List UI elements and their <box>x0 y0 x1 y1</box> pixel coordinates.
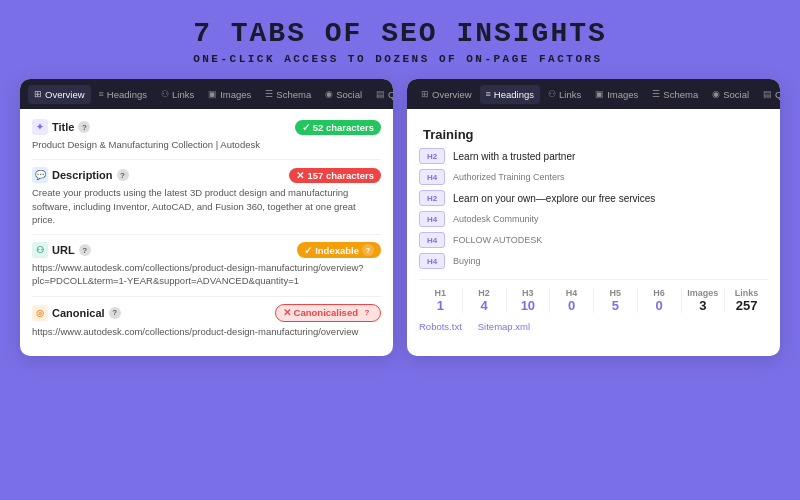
left-tab-overview-label: Overview <box>45 89 85 100</box>
left-tab-schema[interactable]: ☰ Schema <box>259 85 317 104</box>
left-tab-social-label: Social <box>336 89 362 100</box>
right-overview-icon: ⊞ <box>421 89 429 99</box>
h4-badge-4: H4 <box>419 253 445 269</box>
description-label-text: Description <box>52 169 113 181</box>
title-label-text: Title <box>52 121 74 133</box>
stat-links-value: 257 <box>725 298 768 313</box>
stat-h5: H5 5 <box>594 288 638 313</box>
left-tab-headings[interactable]: ≡ Headings <box>93 85 153 104</box>
url-badge-icon: ✓ <box>304 245 312 256</box>
left-tab-overview[interactable]: ⊞ Overview <box>28 85 91 104</box>
url-badge: ✓ Indexable ? <box>297 242 381 258</box>
canonical-badge-text: Canonicalised <box>294 307 358 318</box>
description-field-header: 💬 Description ? ✕ 157 characters <box>32 167 381 183</box>
description-badge-text: 157 characters <box>307 170 374 181</box>
title-value: Product Design & Manufacturing Collectio… <box>32 138 381 151</box>
divider-3 <box>32 296 381 297</box>
divider-1 <box>32 159 381 160</box>
heading-row-4: H4 Autodesk Community <box>419 211 768 227</box>
url-field-icon: ⚇ <box>32 242 48 258</box>
stat-h2: H2 4 <box>463 288 507 313</box>
canonical-badge-info[interactable]: ? <box>361 307 373 319</box>
right-panel-body: Training H2 Learn with a trusted partner… <box>407 109 780 342</box>
social-icon-left: ◉ <box>325 89 333 99</box>
left-tab-quicklinks-label: Quick Links <box>388 89 393 100</box>
right-images-icon: ▣ <box>595 89 604 99</box>
sitemap-xml-link[interactable]: Sitemap.xml <box>478 321 530 332</box>
headings-icon-left: ≡ <box>99 89 104 99</box>
heading-text-6: Buying <box>453 256 481 266</box>
right-headings-icon: ≡ <box>486 89 491 99</box>
canonical-value: https://www.autodesk.com/collections/pro… <box>32 325 381 338</box>
canonical-info-icon[interactable]: ? <box>109 307 121 319</box>
left-tab-links-label: Links <box>172 89 194 100</box>
title-badge-text: 52 characters <box>313 122 374 133</box>
title-badge-icon: ✓ <box>302 122 310 133</box>
left-tab-images-label: Images <box>220 89 251 100</box>
left-tab-images[interactable]: ▣ Images <box>202 85 257 104</box>
canonical-badge-icon: ✕ <box>283 307 291 318</box>
url-info-icon[interactable]: ? <box>79 244 91 256</box>
right-tab-quicklinks-label: Quick Links <box>775 89 780 100</box>
right-tab-bar: ⊞ Overview ≡ Headings ⚇ Links ▣ Images ☰… <box>407 79 780 109</box>
url-label: ⚇ URL ? <box>32 242 91 258</box>
canonical-field-header: ◎ Canonical ? ✕ Canonicalised ? <box>32 304 381 322</box>
heading-section-title: Training <box>423 127 768 142</box>
left-tab-quicklinks[interactable]: ▤ Quick Links <box>370 85 393 104</box>
links-icon-left: ⚇ <box>161 89 169 99</box>
left-panel: ⊞ Overview ≡ Headings ⚇ Links ▣ Images ☰… <box>20 79 393 356</box>
h4-badge-1: H4 <box>419 169 445 185</box>
overview-icon: ⊞ <box>34 89 42 99</box>
title-info-icon[interactable]: ? <box>78 121 90 133</box>
right-tab-images[interactable]: ▣ Images <box>589 85 644 104</box>
hero-subtitle: ONE-CLICK ACCESS TO DOZENS OF ON-PAGE FA… <box>193 53 607 65</box>
canonical-label-text: Canonical <box>52 307 105 319</box>
url-label-text: URL <box>52 244 75 256</box>
right-tab-links[interactable]: ⚇ Links <box>542 85 587 104</box>
canonical-field: ◎ Canonical ? ✕ Canonicalised ? https://… <box>32 304 381 338</box>
stat-h5-value: 5 <box>594 298 637 313</box>
right-tab-social[interactable]: ◉ Social <box>706 85 755 104</box>
heading-text-2: Authorized Training Centers <box>453 172 565 182</box>
stat-h1-value: 1 <box>419 298 462 313</box>
left-tab-links[interactable]: ⚇ Links <box>155 85 200 104</box>
heading-row-1: H2 Learn with a trusted partner <box>419 148 768 164</box>
h2-badge-1: H2 <box>419 148 445 164</box>
url-badge-text: Indexable <box>315 245 359 256</box>
stat-images: Images 3 <box>682 288 726 313</box>
stat-h2-label: H2 <box>463 288 506 298</box>
right-tab-overview[interactable]: ⊞ Overview <box>415 85 478 104</box>
left-panel-body: ✦ Title ? ✓ 52 characters Product Design… <box>20 109 393 356</box>
right-tab-headings[interactable]: ≡ Headings <box>480 85 540 104</box>
left-tab-social[interactable]: ◉ Social <box>319 85 368 104</box>
url-field: ⚇ URL ? ✓ Indexable ? https://www.autode… <box>32 242 381 288</box>
description-label: 💬 Description ? <box>32 167 129 183</box>
h4-badge-3: H4 <box>419 232 445 248</box>
right-tab-quicklinks[interactable]: ▤ Quick Links <box>757 85 780 104</box>
heading-text-3: Learn on your own—explore our free servi… <box>453 193 655 204</box>
canonical-badge: ✕ Canonicalised ? <box>275 304 381 322</box>
robots-txt-link[interactable]: Robots.txt <box>419 321 462 332</box>
description-info-icon[interactable]: ? <box>117 169 129 181</box>
right-tab-schema[interactable]: ☰ Schema <box>646 85 704 104</box>
description-field: 💬 Description ? ✕ 157 characters Create … <box>32 167 381 226</box>
right-social-icon: ◉ <box>712 89 720 99</box>
description-field-icon: 💬 <box>32 167 48 183</box>
description-badge: ✕ 157 characters <box>289 168 381 183</box>
stat-h6: H6 0 <box>638 288 682 313</box>
stat-h5-label: H5 <box>594 288 637 298</box>
right-tab-schema-label: Schema <box>663 89 698 100</box>
left-tab-bar: ⊞ Overview ≡ Headings ⚇ Links ▣ Images ☰… <box>20 79 393 109</box>
stat-h3-value: 10 <box>507 298 550 313</box>
heading-row-6: H4 Buying <box>419 253 768 269</box>
footer-links: Robots.txt Sitemap.xml <box>419 321 768 332</box>
heading-text-1: Learn with a trusted partner <box>453 151 575 162</box>
url-field-header: ⚇ URL ? ✓ Indexable ? <box>32 242 381 258</box>
heading-text-4: Autodesk Community <box>453 214 539 224</box>
panels-row: ⊞ Overview ≡ Headings ⚇ Links ▣ Images ☰… <box>20 79 780 356</box>
url-value: https://www.autodesk.com/collections/pro… <box>32 261 381 288</box>
url-badge-info[interactable]: ? <box>362 244 374 256</box>
right-tab-social-label: Social <box>723 89 749 100</box>
stat-h1-label: H1 <box>419 288 462 298</box>
images-icon-left: ▣ <box>208 89 217 99</box>
